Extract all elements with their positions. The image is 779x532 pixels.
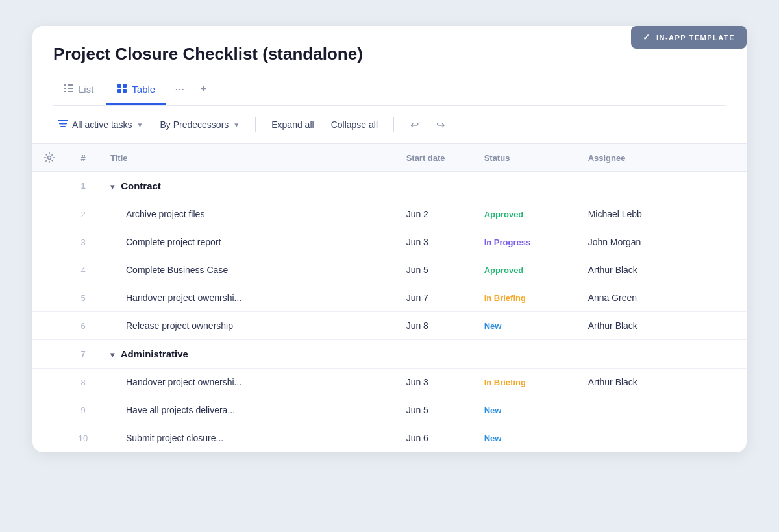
status-badge: In Briefing: [484, 293, 526, 303]
status-column-header: Status: [474, 144, 578, 172]
settings-gear-icon[interactable]: [43, 152, 56, 163]
tab-add-button[interactable]: +: [193, 76, 214, 106]
list-icon: [64, 83, 74, 95]
num-column-header: #: [66, 144, 100, 172]
group-chevron-icon[interactable]: ▾: [110, 182, 114, 191]
app-container: ✓ IN-APP TEMPLATE Project Closure Checkl…: [32, 26, 747, 452]
svg-rect-0: [64, 84, 66, 86]
svg-rect-7: [123, 84, 127, 88]
table-icon: [117, 83, 127, 95]
task-status-cell: In Briefing: [474, 284, 578, 312]
svg-point-10: [48, 156, 51, 160]
collapse-all-label: Collapse all: [331, 119, 378, 130]
task-title-cell: Handover project ownershi...: [100, 369, 396, 396]
tab-table-label: Table: [132, 84, 155, 95]
task-title-cell: Archive project files: [100, 200, 396, 228]
row-settings-cell: [32, 200, 66, 228]
task-date-cell: Jun 7: [396, 284, 474, 312]
task-date-cell: Jun 5: [396, 256, 474, 284]
more-dots-icon: ···: [175, 82, 184, 96]
row-settings-cell: [32, 256, 66, 284]
add-icon: +: [200, 82, 207, 96]
collapse-all-button[interactable]: Collapse all: [326, 116, 383, 133]
table-row[interactable]: 1 ▾ Contract: [32, 172, 747, 200]
row-settings-cell: [32, 284, 66, 312]
toolbar-separator-2: [393, 117, 394, 132]
group-name: Contract: [121, 180, 161, 191]
row-settings-cell: [32, 228, 66, 256]
table-row[interactable]: 5 Handover project owenrshi... Jun 7 In …: [32, 284, 747, 312]
row-num-cell: 8: [66, 369, 100, 396]
task-title-cell: Handover project owenrshi...: [100, 284, 396, 312]
date-column-header: Start date: [396, 144, 474, 172]
tab-table[interactable]: Table: [106, 77, 166, 105]
expand-all-label: Expand all: [271, 119, 314, 130]
group-name: Administrative: [121, 348, 188, 359]
row-settings-cell: [32, 172, 66, 200]
row-settings-cell: [32, 340, 66, 369]
table-row[interactable]: 10 Submit project closure... Jun 6 New: [32, 424, 747, 452]
table-row[interactable]: 9 Have all projects delivera... Jun 5 Ne…: [32, 396, 747, 424]
check-icon: ✓: [643, 32, 651, 42]
status-badge: In Briefing: [484, 378, 526, 387]
svg-rect-6: [117, 84, 121, 88]
table-row[interactable]: 7 ▾ Administrative: [32, 340, 747, 369]
task-status-cell: Approved: [474, 200, 578, 228]
table-header-row: # Title Start date Status Assignee: [32, 144, 747, 172]
table-row[interactable]: 8 Handover project ownershi... Jun 3 In …: [32, 369, 747, 396]
task-assignee-cell: [578, 396, 747, 424]
table-row[interactable]: 4 Complete Business Case Jun 5 Approved …: [32, 256, 747, 284]
table-row[interactable]: 6 Release project ownership Jun 8 New Ar…: [32, 312, 747, 340]
status-badge: New: [484, 433, 502, 443]
row-settings-cell: [32, 369, 66, 396]
row-num-cell: 1: [66, 172, 100, 200]
svg-rect-8: [117, 89, 121, 93]
task-status-cell: New: [474, 312, 578, 340]
svg-rect-9: [123, 89, 127, 93]
filter-button[interactable]: All active tasks ▼: [53, 116, 149, 133]
row-num-cell: 7: [66, 340, 100, 369]
settings-column-header[interactable]: [32, 144, 66, 172]
toolbar-separator-1: [255, 117, 256, 132]
row-settings-cell: [32, 424, 66, 452]
undo-button[interactable]: ↩: [404, 115, 424, 134]
task-date-cell: Jun 8: [396, 312, 474, 340]
task-assignee-cell: Arthur Black: [578, 312, 747, 340]
title-column-header: Title: [100, 144, 396, 172]
group-button[interactable]: By Predecessors ▼: [155, 116, 245, 133]
row-num-cell: 6: [66, 312, 100, 340]
task-title-cell: Submit project closure...: [100, 424, 396, 452]
redo-button[interactable]: ↪: [430, 115, 450, 134]
task-date-cell: Jun 6: [396, 424, 474, 452]
task-title-cell: Complete project report: [100, 228, 396, 256]
filter-icon: [58, 119, 68, 130]
group-chevron-icon[interactable]: ▾: [110, 350, 114, 359]
tab-list-label: List: [79, 84, 93, 95]
task-status-cell: New: [474, 424, 578, 452]
task-date-cell: Jun 3: [396, 369, 474, 396]
table-row[interactable]: 2 Archive project files Jun 2 Approved M…: [32, 200, 747, 228]
status-badge: New: [484, 405, 502, 415]
table-row[interactable]: 3 Complete project report Jun 3 In Progr…: [32, 228, 747, 256]
expand-all-button[interactable]: Expand all: [266, 116, 319, 133]
svg-rect-3: [68, 88, 73, 89]
task-title-cell: Complete Business Case: [100, 256, 396, 284]
group-title-cell: ▾ Administrative: [100, 340, 747, 369]
status-badge: Approved: [484, 210, 524, 219]
task-title-cell: Release project ownership: [100, 312, 396, 340]
task-status-cell: In Progress: [474, 228, 578, 256]
row-num-cell: 5: [66, 284, 100, 312]
tab-list[interactable]: List: [53, 77, 104, 105]
task-date-cell: Jun 5: [396, 396, 474, 424]
row-settings-cell: [32, 396, 66, 424]
in-app-template-badge: ✓ IN-APP TEMPLATE: [631, 26, 747, 49]
tab-more-button[interactable]: ···: [168, 76, 191, 106]
filter-label: All active tasks: [72, 119, 132, 130]
group-label: By Predecessors: [160, 119, 229, 130]
badge-label: IN-APP TEMPLATE: [656, 34, 735, 42]
redo-icon: ↪: [436, 119, 445, 131]
task-assignee-cell: Arthur Black: [578, 256, 747, 284]
task-status-cell: New: [474, 396, 578, 424]
undo-icon: ↩: [410, 119, 419, 131]
status-badge: In Progress: [484, 237, 531, 247]
